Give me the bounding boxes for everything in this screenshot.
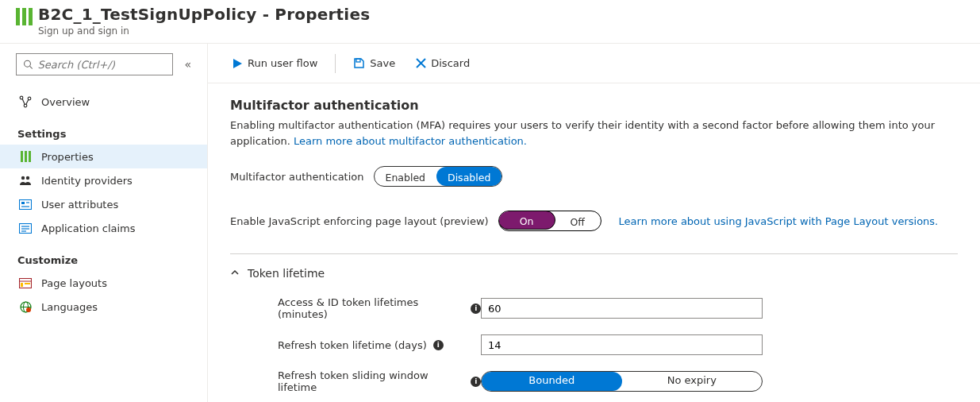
toolbar-separator [335, 54, 336, 73]
chevron-up-icon [230, 268, 240, 280]
application-claims-icon [17, 222, 33, 234]
nav-label: Identity providers [41, 175, 133, 187]
svg-line-1 [30, 66, 33, 68]
identity-providers-icon [17, 174, 33, 187]
page-subtitle: Sign up and sign in [38, 25, 370, 37]
page-title: B2C_1_TestSignUpPolicy - Properties [38, 5, 370, 24]
run-user-flow-button[interactable]: Run user flow [225, 52, 324, 74]
info-icon[interactable]: i [433, 340, 444, 350]
svg-rect-7 [20, 199, 32, 209]
search-box[interactable] [16, 53, 173, 75]
js-on-option[interactable]: On [498, 211, 555, 230]
sliding-bounded-option[interactable]: Bounded [482, 372, 622, 391]
nav-label: User attributes [41, 199, 118, 211]
properties-icon [17, 150, 33, 163]
svg-point-22 [26, 307, 31, 312]
info-icon[interactable]: i [471, 377, 481, 387]
save-icon [353, 57, 365, 69]
nav-user-attributes[interactable]: User attributes [0, 192, 207, 216]
mfa-field-label: Multifactor authentication [230, 171, 364, 183]
refresh-token-label: Refresh token lifetime (days) [278, 339, 427, 351]
mfa-learn-more-link[interactable]: Learn more about multifactor authenticat… [294, 135, 527, 147]
js-field-label: Enable JavaScript enforcing page layout … [230, 215, 489, 227]
nav-properties[interactable]: Properties [0, 145, 207, 168]
nav-overview[interactable]: Overview [0, 90, 207, 114]
nav-label: Application claims [41, 222, 136, 234]
token-lifetime-expander[interactable]: Token lifetime [230, 267, 958, 280]
svg-rect-24 [356, 59, 360, 62]
js-toggle[interactable]: On Off [498, 211, 601, 231]
main-pane: Run user flow Save Discard Multifactor a… [208, 44, 980, 402]
user-attributes-icon [17, 198, 33, 211]
play-icon [232, 58, 243, 69]
overview-icon [17, 95, 33, 108]
mfa-section-title: Multifactor authentication [230, 98, 958, 113]
refresh-token-input[interactable] [481, 334, 763, 355]
access-token-label: Access & ID token lifetimes (minutes) [278, 296, 464, 320]
nav-page-layouts[interactable]: Page layouts [0, 271, 207, 295]
svg-rect-8 [21, 202, 25, 204]
mfa-toggle[interactable]: Enabled Disabled [374, 166, 503, 187]
discard-icon [416, 58, 426, 68]
toolbar-label: Discard [431, 57, 470, 69]
nav-languages[interactable]: Languages [0, 295, 207, 319]
nav-identity-providers[interactable]: Identity providers [0, 168, 207, 192]
nav-label: Properties [41, 151, 94, 163]
svg-point-4 [24, 104, 27, 107]
nav-section-settings: Settings [0, 114, 207, 145]
sliding-window-toggle[interactable]: Bounded No expiry [481, 371, 763, 392]
svg-rect-17 [21, 283, 23, 287]
nav-section-customize: Customize [0, 240, 207, 271]
toolbar-label: Run user flow [248, 57, 317, 69]
policy-icon [16, 8, 35, 28]
token-lifetime-title: Token lifetime [248, 267, 325, 280]
collapse-sidebar-icon[interactable]: « [184, 58, 191, 71]
mfa-description: Enabling multifactor authentication (MFA… [230, 118, 958, 149]
sliding-noexpiry-option[interactable]: No expiry [622, 372, 763, 391]
nav-label: Languages [41, 301, 98, 313]
info-icon[interactable]: i [471, 303, 481, 314]
svg-point-6 [26, 176, 29, 180]
js-learn-more-link[interactable]: Learn more about using JavaScript with P… [619, 215, 939, 227]
mfa-enabled-option[interactable]: Enabled [375, 167, 437, 186]
js-off-option[interactable]: Off [555, 211, 601, 230]
page-header: B2C_1_TestSignUpPolicy - Properties Sign… [0, 0, 980, 44]
mfa-disabled-option[interactable]: Disabled [436, 167, 502, 186]
languages-icon [17, 300, 33, 313]
search-icon [23, 59, 33, 70]
search-input[interactable] [38, 59, 167, 71]
save-button[interactable]: Save [347, 52, 402, 74]
toolbar: Run user flow Save Discard [208, 44, 980, 83]
page-layouts-icon [17, 276, 33, 289]
discard-button[interactable]: Discard [409, 52, 476, 74]
sidebar: « Overview Settings Properties Identity … [0, 44, 208, 402]
svg-rect-18 [25, 283, 30, 284]
sliding-window-label: Refresh token sliding window lifetime [278, 369, 464, 393]
nav-label: Page layouts [41, 277, 107, 289]
nav-label: Overview [41, 96, 90, 108]
nav-application-claims[interactable]: Application claims [0, 216, 207, 240]
svg-marker-23 [233, 59, 242, 68]
access-token-input[interactable] [481, 298, 763, 319]
toolbar-label: Save [370, 57, 395, 69]
svg-point-5 [21, 176, 25, 180]
svg-point-0 [25, 60, 31, 67]
